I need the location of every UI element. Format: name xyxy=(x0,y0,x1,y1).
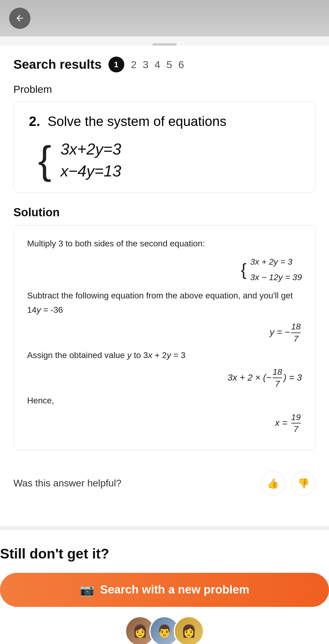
system-eq-2: 3x − 12y = 39 xyxy=(250,270,302,285)
step-1-text: Multiply 3 to both sides of the second e… xyxy=(27,236,302,251)
main-content: Search results 1 2 3 4 5 6 Problem 2. So… xyxy=(0,46,329,526)
y-value: y = − 18 7 xyxy=(270,322,302,344)
drag-indicator xyxy=(152,43,177,46)
system-brace: { xyxy=(241,261,247,278)
step-7-hence: Hence, xyxy=(27,393,302,408)
page-3[interactable]: 3 xyxy=(143,59,148,71)
equations: 3x+2y=3 x−4y=13 xyxy=(60,140,121,180)
left-brace: { xyxy=(38,140,51,180)
thumbs-down-button[interactable]: 👎 xyxy=(291,471,316,496)
current-page-badge[interactable]: 1 xyxy=(108,57,124,72)
thumbs-up-icon: 👍 xyxy=(267,478,279,489)
page-5[interactable]: 5 xyxy=(166,59,172,71)
back-arrow-icon xyxy=(15,13,25,23)
sub-fraction: 18 7 xyxy=(273,367,282,389)
step-2-system: { 3x + 2y = 3 3x − 12y = 39 xyxy=(27,255,302,285)
search-results-header: Search results 1 2 3 4 5 6 xyxy=(13,57,316,72)
back-button[interactable] xyxy=(9,8,30,29)
equation-2: x−4y=13 xyxy=(60,162,121,180)
step-5-text: Assign the obtained value y to 3x + 2y =… xyxy=(27,348,302,363)
page-2[interactable]: 2 xyxy=(131,59,137,71)
top-bar xyxy=(0,0,329,37)
problem-heading: 2. Solve the system of equations xyxy=(29,114,300,129)
search-new-problem-button[interactable]: 📷 Search with a new problem xyxy=(0,573,329,607)
tutor-avatars: 👩 👨 👩 xyxy=(0,616,329,644)
still-section: Still don't get it? 📷 Search with a new … xyxy=(0,530,329,644)
step-8-math: x = 19 7 xyxy=(27,412,302,434)
solution-label: Solution xyxy=(13,206,316,219)
x-value: x = 19 7 xyxy=(275,412,302,434)
problem-description: Solve the system of equations xyxy=(48,114,226,129)
step-3-text: Subtract the following equation from the… xyxy=(27,288,302,317)
tutor-avatar-3: 👩 xyxy=(174,616,204,644)
page-6[interactable]: 6 xyxy=(178,59,184,71)
problem-number: 2. xyxy=(29,114,40,129)
thumbs-down-icon: 👎 xyxy=(297,478,310,489)
section-divider xyxy=(0,526,329,530)
page-4[interactable]: 4 xyxy=(154,59,160,71)
camera-icon: 📷 xyxy=(80,583,94,597)
x-fraction: 19 7 xyxy=(291,412,301,434)
still-title: Still don't get it? xyxy=(0,545,329,562)
thumbs-up-button[interactable]: 👍 xyxy=(261,471,285,496)
search-results-title: Search results xyxy=(13,57,102,72)
substitute-equation: 3x + 2 × (− 18 7 ) = 3 xyxy=(228,367,302,389)
y-fraction: 18 7 xyxy=(291,322,301,344)
helpful-row: Was this answer helpful? 👍 👎 xyxy=(13,465,316,508)
solution-card: Multiply 3 to both sides of the second e… xyxy=(13,225,316,450)
equation-1: 3x+2y=3 xyxy=(60,140,121,158)
helpful-buttons: 👍 👎 xyxy=(261,471,316,496)
page-numbers: 2 3 4 5 6 xyxy=(131,59,184,71)
step-4-math: y = − 18 7 xyxy=(27,322,302,344)
problem-card: 2. Solve the system of equations { 3x+2y… xyxy=(13,101,316,193)
problem-label: Problem xyxy=(13,83,316,95)
step-6-math: 3x + 2 × (− 18 7 ) = 3 xyxy=(27,367,302,389)
system-eq-1: 3x + 2y = 3 xyxy=(250,255,302,269)
search-new-label: Search with a new problem xyxy=(100,583,249,596)
equation-system: { 3x+2y=3 x−4y=13 xyxy=(29,140,300,180)
helpful-question: Was this answer helpful? xyxy=(13,478,122,489)
system-equations: 3x + 2y = 3 3x − 12y = 39 xyxy=(250,255,302,285)
